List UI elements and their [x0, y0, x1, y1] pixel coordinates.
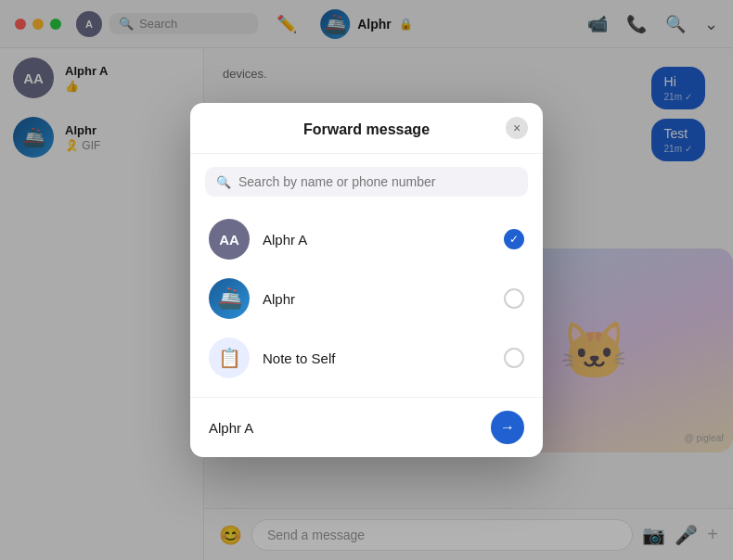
modal-item-alphr-a[interactable]: AA Alphr A: [190, 210, 543, 269]
modal-overlay: Forward message × 🔍 AA Alphr A: [0, 0, 733, 560]
modal-avatar-note-to-self: 📋: [209, 337, 250, 378]
radio-alphr-a[interactable]: [504, 229, 524, 249]
modal-item-note-to-self[interactable]: 📋 Note to Self: [190, 328, 543, 388]
modal-name-alphr: Alphr: [263, 291, 491, 307]
modal-title: Forward message: [303, 121, 430, 138]
modal-name-note-to-self: Note to Self: [263, 350, 491, 366]
radio-alphr[interactable]: [504, 288, 524, 309]
modal-contacts-list: AA Alphr A 🚢 Alphr 📋 Note to Self: [190, 210, 543, 397]
modal-avatar-alphr: 🚢: [209, 278, 250, 319]
modal-item-alphr[interactable]: 🚢 Alphr: [190, 269, 543, 328]
modal-name-alphr-a: Alphr A: [263, 232, 491, 248]
radio-note-to-self[interactable]: [504, 348, 524, 368]
modal-avatar-alphr-a: AA: [209, 219, 250, 260]
modal-close-button[interactable]: ×: [506, 117, 528, 139]
close-icon: ×: [513, 121, 521, 135]
modal-footer: Alphr A →: [190, 397, 543, 457]
modal-search-bar[interactable]: 🔍: [205, 167, 528, 197]
modal-search-icon: 🔍: [216, 175, 231, 189]
footer-selected-name: Alphr A: [209, 420, 253, 436]
modal-header: Forward message ×: [190, 103, 543, 154]
forward-message-modal: Forward message × 🔍 AA Alphr A: [190, 103, 543, 457]
send-arrow-icon: →: [500, 419, 515, 436]
modal-search-input[interactable]: [238, 174, 517, 189]
send-forward-button[interactable]: →: [491, 411, 524, 444]
